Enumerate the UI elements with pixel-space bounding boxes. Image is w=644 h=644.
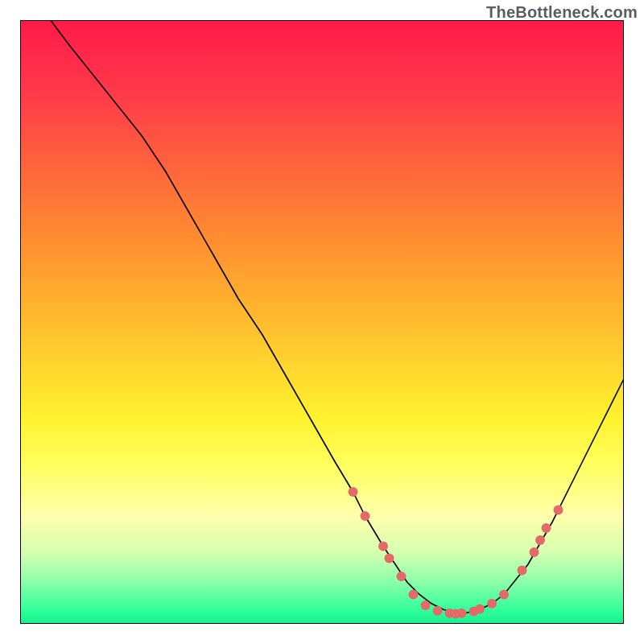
data-marker — [421, 601, 431, 610]
data-marker — [457, 609, 467, 618]
data-marker — [499, 590, 509, 600]
data-marker — [530, 547, 539, 557]
data-marker — [542, 523, 551, 533]
bottleneck-curve — [52, 21, 625, 613]
data-marker — [487, 599, 497, 609]
data-marker — [385, 554, 394, 564]
data-marker — [361, 511, 370, 521]
chart-container: TheBottleneck.com — [0, 0, 644, 644]
chart-overlay — [21, 21, 624, 624]
data-marker — [349, 487, 358, 497]
data-marker — [433, 606, 443, 616]
data-marker — [378, 542, 388, 551]
data-marker — [554, 506, 564, 515]
data-markers — [349, 487, 564, 619]
data-marker — [397, 572, 407, 581]
data-marker — [475, 605, 485, 614]
data-marker — [535, 535, 545, 545]
data-marker — [518, 566, 527, 576]
data-marker — [409, 590, 419, 600]
plot-area — [20, 20, 624, 624]
attribution-label: TheBottleneck.com — [486, 3, 638, 22]
